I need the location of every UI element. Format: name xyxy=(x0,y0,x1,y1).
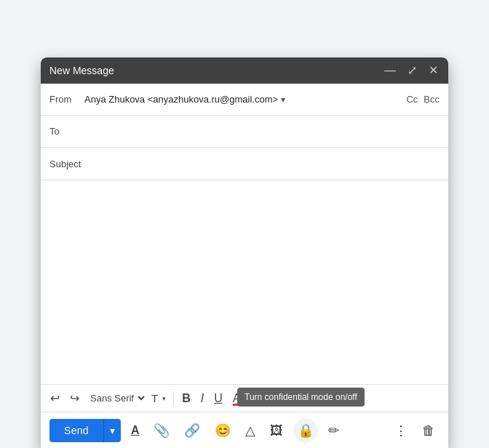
email-body[interactable] xyxy=(41,180,448,384)
text-color-dropdown: ▾ xyxy=(240,395,244,402)
bottom-bar: Send ▾ A 📎 🔗 😊 △ 🖼 🔒 xyxy=(41,412,448,448)
text-format-button[interactable]: A xyxy=(127,420,144,441)
text-color-button[interactable]: A ▾ xyxy=(229,390,248,407)
signature-button[interactable]: ✏ xyxy=(324,418,343,443)
more-options-button[interactable]: ⋮ xyxy=(390,418,412,443)
underline-button[interactable]: U xyxy=(210,390,226,407)
to-input[interactable] xyxy=(84,126,440,137)
title-bar-actions: — ⤢ ✕ xyxy=(383,63,440,78)
undo-button[interactable]: ↩ xyxy=(47,390,63,407)
photo-icon: 🖼 xyxy=(270,423,283,439)
list-dropdown: ▾ xyxy=(292,395,295,402)
font-size-icon: T xyxy=(150,392,159,404)
restore-button[interactable]: ⤢ xyxy=(406,63,418,78)
format-icon: A xyxy=(131,424,140,437)
text-color-icon: A xyxy=(233,393,241,404)
emoji-icon: 😊 xyxy=(215,423,231,439)
delete-icon: 🗑 xyxy=(422,423,435,439)
title-bar: New Message — ⤢ ✕ xyxy=(41,57,448,84)
more-formatting-button[interactable]: ⌄ xyxy=(302,390,319,407)
send-button[interactable]: Send xyxy=(49,419,103,442)
italic-button[interactable]: I xyxy=(197,390,207,407)
window-title: New Message xyxy=(49,65,114,76)
link-icon: 🔗 xyxy=(184,423,200,439)
close-button[interactable]: ✕ xyxy=(427,63,440,78)
from-address: Anya Zhukova <anyazhukova.ru@gmail.com> … xyxy=(84,94,406,105)
signature-icon: ✏ xyxy=(328,423,339,439)
align-dropdown: ▾ xyxy=(268,395,271,402)
subject-input[interactable] xyxy=(84,159,440,169)
bold-button[interactable]: B xyxy=(178,390,194,407)
to-label: To xyxy=(49,126,84,137)
confidential-button[interactable]: 🔒 xyxy=(293,418,318,443)
send-dropdown-button[interactable]: ▾ xyxy=(103,419,121,442)
from-address-text: Anya Zhukova <anyazhukova.ru@gmail.com> xyxy=(84,94,278,105)
formatting-toolbar: ↩ ↪ Sans Serif T ▾ B I U A ▾ ≡ ▾ ☰ ▾ xyxy=(41,385,448,412)
from-label: From xyxy=(49,94,84,105)
cc-bcc: Cc Bcc xyxy=(406,94,440,105)
more-options-icon: ⋮ xyxy=(394,423,408,439)
drive-button[interactable]: △ xyxy=(241,418,260,443)
send-button-group: Send ▾ xyxy=(49,419,121,442)
cc-button[interactable]: Cc xyxy=(406,94,418,105)
bcc-button[interactable]: Bcc xyxy=(424,94,440,105)
compose-window: New Message — ⤢ ✕ From Anya Zhukova <any… xyxy=(41,57,448,448)
attach-button[interactable]: 📎 xyxy=(149,418,174,443)
list-button[interactable]: ☰ ▾ xyxy=(278,390,299,407)
from-row: From Anya Zhukova <anyazhukova.ru@gmail.… xyxy=(41,84,448,116)
delete-button[interactable]: 🗑 xyxy=(418,419,440,443)
list-icon: ☰ xyxy=(282,393,292,404)
subject-label: Subject xyxy=(49,159,84,169)
font-family-select[interactable]: Sans Serif xyxy=(86,389,147,407)
confidential-icon: 🔒 xyxy=(298,423,314,439)
align-button[interactable]: ≡ ▾ xyxy=(257,390,274,407)
to-row: To xyxy=(41,116,448,148)
attach-icon: 📎 xyxy=(154,423,170,439)
link-button[interactable]: 🔗 xyxy=(180,418,204,443)
emoji-button[interactable]: 😊 xyxy=(210,418,235,443)
separator-2 xyxy=(252,392,253,405)
photo-button[interactable]: 🖼 xyxy=(266,419,287,443)
font-size-dropdown[interactable]: ▾ xyxy=(162,395,166,402)
separator-1 xyxy=(173,392,174,405)
minimize-button[interactable]: — xyxy=(383,63,397,78)
align-icon: ≡ xyxy=(261,393,267,404)
header-fields: From Anya Zhukova <anyazhukova.ru@gmail.… xyxy=(41,84,448,180)
redo-button[interactable]: ↪ xyxy=(66,390,83,407)
subject-row: Subject xyxy=(41,148,448,180)
from-dropdown-arrow[interactable]: ▾ xyxy=(281,95,285,105)
formatting-toolbar-wrapper: ↩ ↪ Sans Serif T ▾ B I U A ▾ ≡ ▾ ☰ ▾ xyxy=(41,384,448,448)
drive-icon: △ xyxy=(245,423,255,439)
